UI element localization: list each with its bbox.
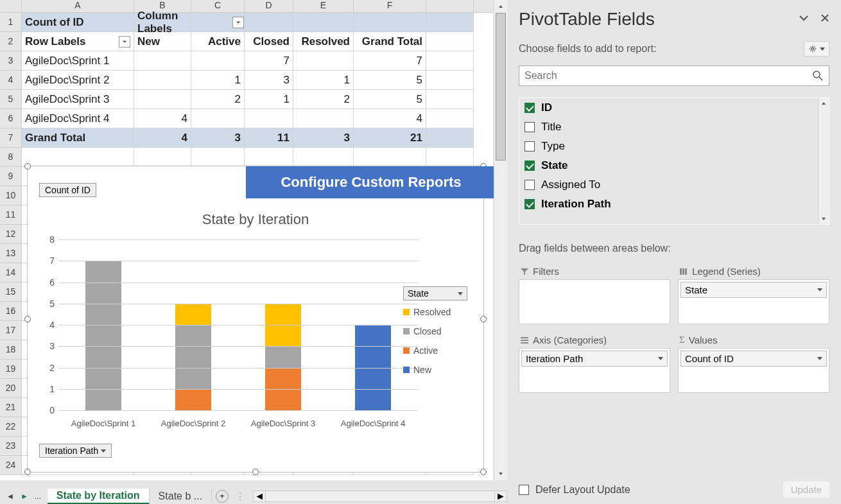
- grand-total-cell[interactable]: 11: [245, 128, 293, 148]
- area-filters-dropzone[interactable]: [519, 279, 670, 324]
- area-item[interactable]: Count of ID: [681, 351, 827, 367]
- cell[interactable]: [426, 128, 474, 148]
- cell[interactable]: [426, 32, 474, 51]
- cell[interactable]: 7: [354, 51, 426, 71]
- cell[interactable]: 3: [245, 71, 293, 90]
- pivot-chart[interactable]: Count of ID Configure Custom Reports Sta…: [27, 166, 484, 473]
- cell[interactable]: [191, 51, 245, 71]
- update-button[interactable]: Update: [783, 482, 829, 498]
- vertical-scrollbar[interactable]: [494, 0, 507, 480]
- cell[interactable]: [426, 90, 474, 109]
- row-label[interactable]: AgileDoc\Sprint 2: [22, 71, 134, 90]
- scroll-left-arrow[interactable]: ◄: [253, 491, 266, 502]
- row-header[interactable]: 23: [0, 437, 22, 456]
- row-header[interactable]: 6: [0, 109, 22, 128]
- cell[interactable]: [245, 148, 293, 167]
- cell[interactable]: [22, 148, 134, 167]
- grand-total-cell[interactable]: 3: [191, 128, 245, 148]
- resize-handle[interactable]: [24, 469, 31, 475]
- area-item[interactable]: State: [681, 282, 827, 298]
- row-header[interactable]: 18: [0, 340, 22, 360]
- row-header[interactable]: 13: [0, 244, 22, 263]
- row-header[interactable]: 12: [0, 225, 22, 244]
- resize-handle[interactable]: [24, 163, 31, 169]
- cell[interactable]: [191, 109, 245, 128]
- scroll-down-arrow[interactable]: [819, 214, 829, 224]
- col-header-F[interactable]: F: [354, 0, 426, 12]
- header-active[interactable]: Active: [191, 32, 245, 51]
- scroll-down-arrow[interactable]: [494, 467, 507, 480]
- horizontal-scrollbar[interactable]: ◄ ►: [253, 491, 507, 502]
- sheet-tab[interactable]: State b ...: [150, 489, 212, 503]
- col-header-blank[interactable]: [426, 0, 474, 12]
- row-header[interactable]: 5: [0, 90, 22, 109]
- row-header[interactable]: 4: [0, 71, 22, 90]
- row-header[interactable]: 1: [0, 13, 22, 32]
- cell[interactable]: [245, 109, 293, 128]
- column-labels-dropdown[interactable]: [232, 17, 244, 28]
- configure-custom-reports-button[interactable]: Configure Custom Reports: [246, 166, 496, 198]
- resize-handle[interactable]: [480, 469, 487, 475]
- grand-total-cell[interactable]: 21: [354, 128, 426, 148]
- cell[interactable]: 1: [293, 71, 354, 90]
- row-header[interactable]: 24: [0, 456, 22, 475]
- field-item-title[interactable]: Title: [519, 117, 829, 137]
- defer-layout-checkbox[interactable]: [519, 485, 529, 495]
- chart-field-count-button[interactable]: Count of ID: [39, 183, 96, 197]
- row-header[interactable]: 3: [0, 51, 22, 71]
- cell[interactable]: [293, 148, 354, 167]
- field-item-assigned-to[interactable]: Assigned To: [519, 175, 829, 195]
- row-label[interactable]: AgileDoc\Sprint 4: [22, 109, 134, 128]
- field-list-scrollbar[interactable]: [818, 98, 829, 224]
- header-new[interactable]: New: [134, 32, 191, 51]
- grand-total-label[interactable]: Grand Total: [22, 128, 134, 148]
- grand-total-cell[interactable]: 3: [293, 128, 354, 148]
- legend-header-dropdown[interactable]: State: [403, 286, 467, 300]
- header-resolved[interactable]: Resolved: [293, 32, 354, 51]
- row-header[interactable]: 8: [0, 148, 22, 167]
- col-header-E[interactable]: E: [293, 0, 354, 12]
- field-checkbox[interactable]: [525, 122, 535, 132]
- row-header[interactable]: 15: [0, 282, 22, 302]
- close-panel-icon[interactable]: [820, 13, 829, 26]
- pivot-count-label[interactable]: Count of ID: [22, 13, 134, 32]
- cell[interactable]: [426, 71, 474, 90]
- col-header-C[interactable]: C: [191, 0, 245, 12]
- row-labels-dropdown[interactable]: [119, 36, 130, 48]
- area-item[interactable]: Iteration Path: [521, 351, 668, 367]
- row-header[interactable]: 14: [0, 263, 22, 282]
- grand-total-cell[interactable]: 4: [134, 128, 191, 148]
- cell[interactable]: [134, 148, 191, 167]
- row-header[interactable]: 2: [0, 32, 22, 51]
- tab-nav-next[interactable]: ►: [21, 492, 28, 501]
- resize-handle[interactable]: [252, 469, 259, 475]
- cell[interactable]: [354, 13, 426, 32]
- row-header[interactable]: 20: [0, 379, 22, 398]
- row-header[interactable]: 9: [0, 167, 22, 186]
- cell[interactable]: [293, 109, 354, 128]
- cell[interactable]: 1: [191, 71, 245, 90]
- cell[interactable]: 4: [354, 109, 426, 128]
- resize-handle[interactable]: [480, 316, 487, 322]
- area-axis-dropzone[interactable]: Iteration Path: [519, 348, 670, 393]
- search-input[interactable]: [525, 70, 812, 82]
- cell[interactable]: [426, 148, 474, 167]
- field-checkbox[interactable]: [525, 161, 535, 171]
- cell[interactable]: 4: [134, 109, 191, 128]
- row-header[interactable]: 19: [0, 360, 22, 379]
- chart-field-iteration-button[interactable]: Iteration Path: [39, 444, 112, 458]
- scroll-right-arrow[interactable]: ►: [494, 491, 507, 502]
- field-checkbox[interactable]: [525, 141, 535, 152]
- cell[interactable]: 7: [245, 51, 293, 71]
- field-search-box[interactable]: [519, 65, 829, 86]
- cell[interactable]: 1: [245, 90, 293, 109]
- cell[interactable]: [426, 51, 474, 71]
- cell[interactable]: [134, 51, 191, 71]
- add-sheet-button[interactable]: +: [216, 490, 229, 503]
- row-label[interactable]: AgileDoc\Sprint 3: [22, 90, 134, 109]
- field-item-iteration-path[interactable]: Iteration Path: [519, 195, 829, 214]
- tab-nav-prev[interactable]: ◄: [6, 492, 14, 501]
- header-grand-total[interactable]: Grand Total: [354, 32, 426, 51]
- worksheet[interactable]: A B C D E F 1 Count of ID Column Labels: [0, 0, 493, 480]
- cell[interactable]: [134, 71, 191, 90]
